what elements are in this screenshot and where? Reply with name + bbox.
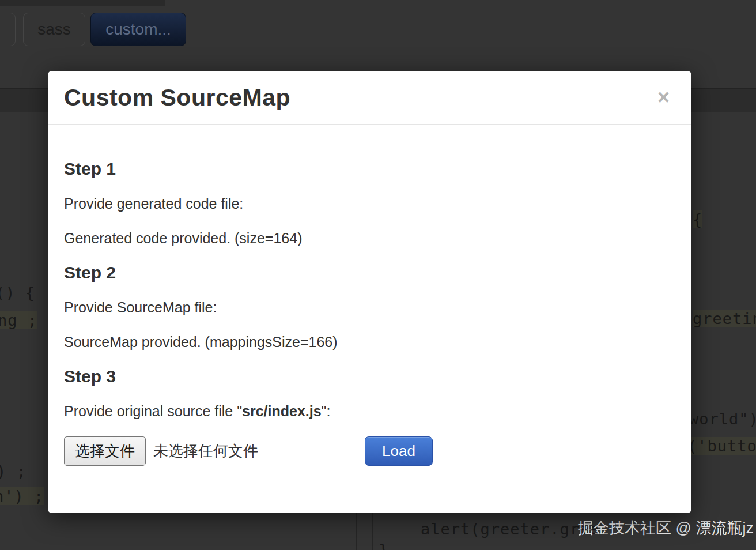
code-fragment: ng ; bbox=[0, 311, 37, 329]
file-input-status: 未选择任何文件 bbox=[153, 441, 258, 461]
choose-file-button[interactable]: 选择文件 bbox=[64, 436, 146, 466]
step3-instruction: Provide original source file "src/index.… bbox=[64, 401, 675, 421]
panel-divider bbox=[372, 513, 373, 550]
code-fragment: ('button bbox=[687, 437, 756, 455]
step2-status: SourceMap provided. (mappingsSize=166) bbox=[64, 332, 675, 352]
step2-heading: Step 2 bbox=[64, 263, 675, 282]
code-fragment: world") bbox=[689, 410, 756, 428]
step1-status: Generated code provided. (size=164) bbox=[64, 228, 675, 248]
code-fragment: { bbox=[693, 210, 702, 228]
tab-button-sass[interactable]: sass bbox=[23, 13, 85, 46]
code-fragment: n') ; bbox=[0, 487, 44, 505]
step2-instruction: Provide SourceMap file: bbox=[64, 297, 675, 317]
step3-instruction-prefix: Provide original source file " bbox=[64, 403, 242, 419]
code-fragment: ) ; bbox=[0, 462, 27, 480]
tab-button-custom[interactable]: custom... bbox=[90, 13, 186, 46]
file-input-row: 选择文件 未选择任何文件 Load bbox=[64, 436, 675, 466]
step1-instruction: Provide generated code file: bbox=[64, 194, 675, 213]
step3-instruction-suffix: ": bbox=[322, 403, 331, 419]
code-fragment: () { bbox=[0, 284, 35, 302]
dialog-body: Step 1 Provide generated code file: Gene… bbox=[48, 125, 691, 466]
code-fragment: greetin bbox=[693, 310, 756, 327]
example-toolbar: l sass custom... bbox=[0, 13, 186, 46]
tab-button-partial[interactable]: l bbox=[0, 13, 16, 46]
watermark: 掘金技术社区 @ 漂流瓶jz bbox=[500, 518, 754, 538]
step1-heading: Step 1 bbox=[64, 159, 675, 179]
dialog-header: Custom SourceMap × bbox=[48, 71, 691, 125]
close-icon[interactable]: × bbox=[657, 87, 670, 108]
load-button[interactable]: Load bbox=[365, 436, 433, 466]
code-fragment: } bbox=[379, 541, 388, 550]
dialog-title: Custom SourceMap bbox=[64, 84, 290, 111]
custom-sourcemap-dialog: Custom SourceMap × Step 1 Provide genera… bbox=[48, 71, 691, 513]
cutoff-panel-strip bbox=[0, 0, 165, 6]
panel-divider bbox=[356, 513, 357, 550]
step3-heading: Step 3 bbox=[64, 367, 675, 386]
step3-filename: src/index.js bbox=[242, 403, 322, 419]
